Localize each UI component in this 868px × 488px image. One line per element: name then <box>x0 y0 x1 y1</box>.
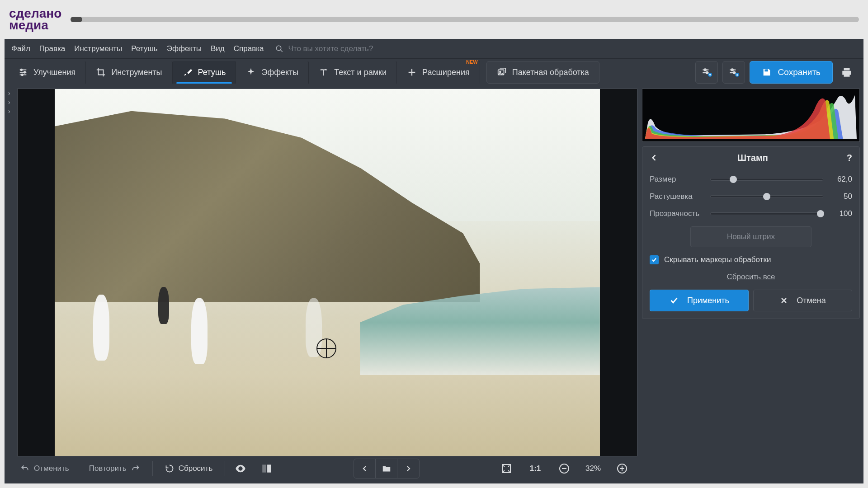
tab-enhance[interactable]: Улучшения <box>8 61 86 84</box>
one-to-one-button[interactable]: 1:1 <box>522 464 549 473</box>
bottom-bar: Отменить Повторить Сбросить <box>8 456 637 481</box>
tab-tools[interactable]: Инструменты <box>86 61 172 84</box>
tab-label: Эффекты <box>261 68 298 77</box>
slider-track[interactable] <box>710 212 823 215</box>
zoom-in-button[interactable] <box>611 459 633 478</box>
apply-button[interactable]: Применить <box>650 290 749 311</box>
hide-markers-check[interactable]: Скрывать маркеры обработки <box>650 255 852 264</box>
slider-value: 50 <box>830 192 852 201</box>
print-button[interactable] <box>837 61 856 84</box>
slider-label: Растушевка <box>650 192 704 201</box>
video-progress-bar[interactable] <box>71 17 859 22</box>
open-folder-button[interactable] <box>376 459 397 478</box>
tab-effects[interactable]: Эффекты <box>236 61 309 84</box>
app-shell: сделано медиа Файл Правка Инструменты Ре… <box>0 0 868 488</box>
sparkle-icon <box>246 67 256 77</box>
text-icon <box>319 67 329 77</box>
cancel-button[interactable]: Отмена <box>753 290 852 311</box>
save-button[interactable]: Сохранить <box>750 61 833 84</box>
svg-rect-24 <box>267 465 271 472</box>
toolbar-right: Сохранить <box>695 61 860 84</box>
panel-body: Размер 62,0 Растушевка 50 Прозрачность <box>642 169 859 319</box>
image-canvas[interactable] <box>17 89 637 456</box>
svg-point-0 <box>277 46 282 51</box>
tab-addons[interactable]: NEW Расширения <box>397 61 480 84</box>
slider-label: Прозрачность <box>650 209 704 218</box>
floppy-icon <box>762 67 772 77</box>
menu-bar: Файл Правка Инструменты Ретушь Эффекты В… <box>5 39 863 59</box>
svg-line-1 <box>281 50 283 52</box>
svg-point-19 <box>731 69 733 70</box>
batch-processing-button[interactable]: Пакетная обработка <box>486 61 599 84</box>
brand-line2: медиа <box>9 19 61 31</box>
tab-label: Ретушь <box>198 68 226 77</box>
search-input[interactable] <box>288 44 415 53</box>
tab-label: Расширения <box>422 68 470 77</box>
slider-opacity: Прозрачность 100 <box>650 209 852 218</box>
slider-size: Размер 62,0 <box>650 175 852 184</box>
next-image-button[interactable] <box>397 459 419 478</box>
preset-download-button[interactable] <box>722 61 745 84</box>
search-icon <box>275 45 283 53</box>
undo-label: Отменить <box>34 464 69 473</box>
action-row: Применить Отмена <box>650 290 852 311</box>
slider-value: 62,0 <box>830 175 852 184</box>
redo-button[interactable]: Повторить <box>81 459 148 478</box>
redo-label: Повторить <box>89 464 127 473</box>
marker-expand[interactable]: › <box>8 89 17 97</box>
histogram[interactable] <box>642 89 860 142</box>
svg-point-5 <box>21 69 23 71</box>
menu-effects[interactable]: Эффекты <box>167 44 202 53</box>
crop-icon <box>96 67 106 77</box>
new-badge: NEW <box>466 59 478 65</box>
slider-value: 100 <box>830 209 852 218</box>
help-button[interactable]: ? <box>845 151 854 165</box>
preset-add-button[interactable] <box>695 61 718 84</box>
preview-toggle-button[interactable] <box>230 459 251 478</box>
svg-point-15 <box>706 72 708 74</box>
compare-toggle-button[interactable] <box>256 459 278 478</box>
undo-button[interactable]: Отменить <box>13 459 77 478</box>
images-icon <box>497 67 507 77</box>
menu-view[interactable]: Вид <box>211 44 225 53</box>
zoom-value: 32% <box>580 464 607 473</box>
search-wrap <box>275 44 415 53</box>
separator <box>225 461 225 476</box>
prev-image-button[interactable] <box>354 459 376 478</box>
menu-retouch[interactable]: Ретушь <box>131 44 157 53</box>
slider-track[interactable] <box>710 178 823 181</box>
reset-label: Сбросить <box>179 464 213 473</box>
brush-icon <box>183 67 193 77</box>
reset-all-link[interactable]: Сбросить все <box>650 272 852 282</box>
main-toolbar: Улучшения Инструменты Ретушь Эффекты <box>5 59 863 86</box>
brand-logo: сделано медиа <box>9 8 61 31</box>
page-top-strip: сделано медиа <box>0 0 868 39</box>
save-label: Сохранить <box>778 67 821 77</box>
menu-tools[interactable]: Инструменты <box>74 44 122 53</box>
tab-retouch[interactable]: Ретушь <box>173 61 236 84</box>
new-stroke-button[interactable]: Новый штрих <box>690 226 812 247</box>
back-button[interactable] <box>648 151 660 164</box>
marker-expand[interactable]: › <box>8 108 17 115</box>
fit-screen-button[interactable] <box>495 459 517 478</box>
menu-help[interactable]: Справка <box>234 44 264 53</box>
panel-title: Штамп <box>660 153 845 163</box>
editor-window: Файл Правка Инструменты Ретушь Эффекты В… <box>5 39 863 483</box>
zoom-out-button[interactable] <box>553 459 575 478</box>
svg-rect-23 <box>262 465 266 472</box>
file-nav-group <box>354 459 420 479</box>
menu-file[interactable]: Файл <box>11 44 30 53</box>
stamp-cursor <box>316 338 336 358</box>
tab-text[interactable]: Текст и рамки <box>309 61 397 84</box>
checkbox-checked-icon <box>650 255 659 264</box>
tool-panel: Штамп ? Размер 62,0 Растушевка 50 <box>642 146 860 319</box>
reset-button[interactable]: Сбросить <box>157 459 221 478</box>
side-panel: Штамп ? Размер 62,0 Растушевка 50 <box>642 89 860 481</box>
left-markers: › › › <box>8 89 17 456</box>
slider-track[interactable] <box>710 195 823 198</box>
tab-label: Текст и рамки <box>334 68 387 77</box>
marker-expand[interactable]: › <box>8 99 17 106</box>
menu-edit[interactable]: Правка <box>39 44 65 53</box>
batch-label: Пакетная обработка <box>512 68 589 77</box>
canvas-column: › › › <box>8 89 637 481</box>
